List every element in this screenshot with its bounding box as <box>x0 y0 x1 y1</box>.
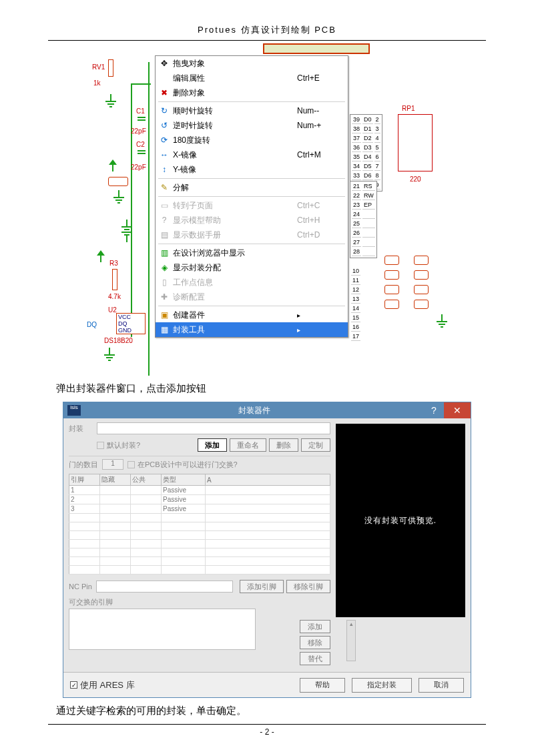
ctx-package-assign[interactable]: ◈显示封装分配 <box>156 260 348 275</box>
table-row[interactable]: 2Passive <box>69 495 330 504</box>
label-rv1-val: 1k <box>93 79 101 87</box>
ctx-rotate-cw[interactable]: ↻顺时针旋转Num-- <box>156 103 348 118</box>
screenshot-dialog: isis 封装器件 ? ✕ 封装 默认封装? 添加 重命名 删除 定制 <box>63 402 471 698</box>
help-button[interactable]: 帮助 <box>300 678 345 693</box>
ctx-rotate-180[interactable]: ⟳180度旋转 <box>156 133 348 147</box>
checkbox-default[interactable] <box>97 442 104 449</box>
label-rp1: RP1 <box>402 105 415 112</box>
table-row[interactable] <box>69 514 330 522</box>
pin-dq: DQ <box>117 320 145 327</box>
table-row[interactable]: 1Passive <box>69 486 330 495</box>
datasheet-icon: ▤ <box>158 230 170 240</box>
label-swap: 可交换的引脚 <box>69 597 330 607</box>
separator <box>158 306 345 306</box>
add-pin-button[interactable]: 添加引脚 <box>240 580 284 593</box>
ctx-edit-properties[interactable]: 编辑属性Ctrl+E <box>156 71 348 85</box>
mirror-y-icon: ↕ <box>158 165 170 174</box>
table-row[interactable] <box>69 557 330 566</box>
ds18b20-chip: VCC DQ GND <box>116 313 146 334</box>
separator <box>158 178 345 179</box>
gate-count-field[interactable]: 1 <box>102 459 123 470</box>
label-ncpin: NC Pin <box>69 583 92 591</box>
preview-text: 没有封装可供预览. <box>364 515 437 526</box>
ctx-oppoint: ▯工作点信息 <box>156 275 348 290</box>
ctx-goto-child: ▭转到子页面Ctrl+C <box>156 198 348 213</box>
hierarchy-icon: ▭ <box>158 201 170 210</box>
rotate-ccw-icon: ↺ <box>158 121 170 130</box>
page-number: - 2 - <box>0 725 534 750</box>
dialog-titlebar[interactable]: isis 封装器件 ? ✕ <box>63 402 471 418</box>
label-c1v: 22pF <box>131 127 146 135</box>
swap-listbox[interactable] <box>69 609 256 650</box>
assign-package-button[interactable]: 指定封装 <box>352 678 412 693</box>
table-row[interactable] <box>69 522 330 531</box>
swap-replace-button[interactable]: 替代 <box>300 652 330 665</box>
package-combo[interactable] <box>97 422 330 434</box>
label-r3v: 4.7k <box>108 293 121 300</box>
add-package-button[interactable]: 添加 <box>198 438 227 452</box>
preview-panel: 没有封装可供预览. <box>336 424 465 617</box>
package-icon: ◈ <box>158 263 170 272</box>
ctx-packaging-tool[interactable]: ▦封装工具 <box>156 322 348 337</box>
wire <box>148 62 150 376</box>
rotate-cw-icon: ↻ <box>158 106 170 115</box>
col-pin: 引脚 <box>69 474 100 486</box>
table-row[interactable] <box>69 531 330 540</box>
pin-table[interactable]: 引脚 隐藏 公共 类型 A 1Passive 2Passive 3Passive <box>69 474 330 575</box>
caption-1: 弹出封装器件窗口，点击添加按钮 <box>56 382 478 395</box>
gnd-symbol <box>105 94 116 107</box>
button-comp <box>108 177 128 186</box>
row-default-add: 默认封装? 添加 重命名 删除 定制 <box>69 438 330 452</box>
push-button <box>414 300 429 309</box>
pin-vcc: VCC <box>117 314 145 320</box>
remove-button[interactable]: 删除 <box>269 438 298 452</box>
swap-buttons: 添加 移除 替代 <box>297 620 330 668</box>
checkbox-gateswap[interactable] <box>127 461 135 468</box>
context-menu[interactable]: ✥拖曳对象 编辑属性Ctrl+E ✖删除对象 ↻顺时针旋转Num-- ↺逆时针旋… <box>155 55 348 338</box>
remove-pin-button[interactable]: 移除引脚 <box>286 580 330 593</box>
ctx-mirror-x[interactable]: ↔X-镜像Ctrl+M <box>156 147 348 162</box>
table-row[interactable] <box>69 548 330 557</box>
table-row[interactable]: 3Passive <box>69 504 330 514</box>
label-u2: U2 <box>108 306 117 314</box>
row-package: 封装 <box>69 422 330 434</box>
label-default-pkg: 默认封装? <box>107 440 140 450</box>
push-button <box>384 300 399 309</box>
ctx-delete[interactable]: ✖删除对象 <box>156 85 348 100</box>
close-button[interactable]: ✕ <box>444 402 471 418</box>
diag-icon: ✚ <box>158 292 170 302</box>
duplicate-button[interactable]: 定制 <box>301 438 330 452</box>
ctx-drag[interactable]: ✥拖曳对象 <box>156 56 348 71</box>
ctx-decompose[interactable]: ✎分解 <box>156 180 348 195</box>
scrollbar[interactable] <box>346 620 356 661</box>
table-row[interactable] <box>69 566 330 575</box>
ctx-rotate-ccw[interactable]: ↺逆时针旋转Num-+ <box>156 118 348 133</box>
swap-remove-button[interactable]: 移除 <box>300 636 330 649</box>
push-button <box>414 256 429 265</box>
checkbox-useares[interactable]: ✓ <box>70 681 77 689</box>
label-rv1: RV1 <box>92 63 105 71</box>
table-row[interactable] <box>69 540 330 548</box>
help-button[interactable]: ? <box>424 405 444 416</box>
ncpin-input[interactable] <box>96 581 233 593</box>
label-c2: C2 <box>136 141 145 148</box>
rename-button[interactable]: 重命名 <box>230 438 266 452</box>
header-rule <box>48 40 486 41</box>
ctx-diag: ✚诊断配置 <box>156 290 348 304</box>
browser-icon: ▥ <box>158 248 170 258</box>
power-arrow <box>112 163 113 171</box>
swap-add-button[interactable]: 添加 <box>300 620 330 633</box>
push-button <box>414 270 429 280</box>
cancel-button[interactable]: 取消 <box>419 678 464 693</box>
app-icon: isis <box>67 405 81 416</box>
wire <box>131 83 132 337</box>
oppoint-icon: ▯ <box>158 278 170 287</box>
label-useares: 使用 ARES 库 <box>80 679 135 691</box>
ctx-create-device[interactable]: ▣创建器件 <box>156 308 348 322</box>
screenshot-schematic: RV1 1k C1 22pF C2 22pF R3 4.7k U2 DQ VCC… <box>84 43 450 376</box>
ctx-mirror-y[interactable]: ↕Y-镜像 <box>156 162 348 177</box>
power-arrow <box>100 254 101 262</box>
ctx-show-in-browser[interactable]: ▥在设计浏览器中显示 <box>156 246 348 260</box>
separator <box>158 101 345 102</box>
col-common: 公共 <box>131 474 162 486</box>
